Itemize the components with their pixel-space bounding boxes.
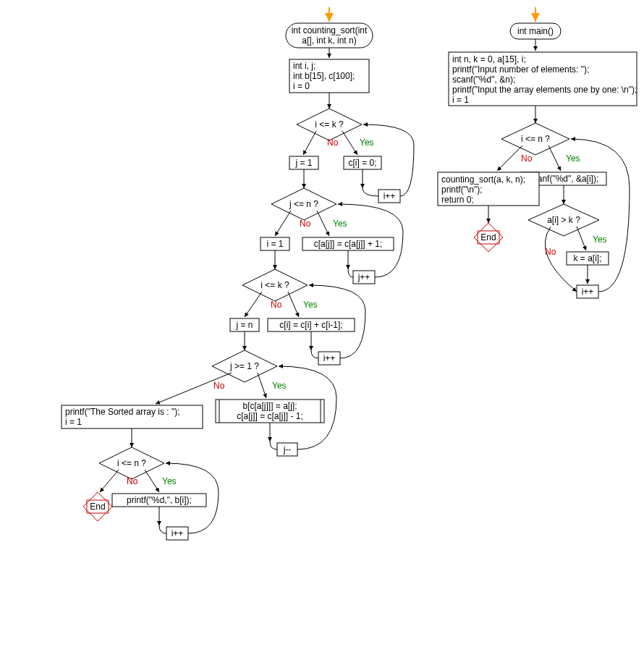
cs-cond4-no-label: No — [213, 381, 225, 391]
m-init2: printf("Input number of elements: "); — [452, 64, 589, 75]
cs-cond5-inc-text: i++ — [171, 528, 184, 538]
cs-cond4-no-text1: printf("The Sorted array is : "); — [65, 407, 180, 417]
cs-cond1-diamond: i <= k ? — [297, 109, 362, 140]
cs-cond3-label: i <= k ? — [260, 280, 289, 290]
cs-cond5-no-label: No — [127, 476, 138, 486]
cs-func-sig-line2: a[], int k, int n) — [302, 35, 356, 46]
cs-cond5-label: i <= n ? — [117, 458, 146, 468]
m-cond1-no-text1: counting_sort(a, k, n); — [441, 174, 525, 185]
cs-init1: int i, j; — [293, 61, 315, 71]
m-cond1-label: i <= n ? — [521, 134, 550, 144]
m-init5: i = 1 — [452, 95, 469, 105]
cs-func-sig-line1: int counting_sort(int — [292, 25, 368, 35]
cs-cond4-diamond: j >= 1 ? — [212, 350, 277, 382]
cs-end-terminator: End — [83, 492, 112, 521]
flowchart-canvas: int counting_sort(int a[], int k, int n)… — [0, 0, 644, 655]
m-func-terminator: int main() — [510, 23, 561, 39]
cs-cond2-label: j <= n ? — [289, 199, 318, 209]
cs-init3: i = 0 — [293, 81, 310, 91]
m-init4: printf("Input the array elements one by … — [452, 85, 637, 95]
cs-cond5-diamond: i <= n ? — [99, 447, 164, 479]
cs-cond4-no-text2: i = 1 — [65, 417, 82, 427]
cs-cond1-yes-text: c[i] = 0; — [348, 158, 376, 168]
cs-cond2-yes-text: c[a[j]] = c[a[j]] + 1; — [314, 239, 383, 249]
m-cond1-yes-label: Yes — [566, 153, 580, 164]
cs-cond3-inc-text: i++ — [323, 353, 336, 363]
cs-cond4-dec-text: j-- — [283, 444, 292, 455]
m-cond1-no-text2: printf("\n"); — [441, 185, 483, 195]
m-cond2-yes-text: k = a[i]; — [573, 253, 601, 263]
cs-cond4-yes-box: b[c[a[j]]] = a[j]; c[a[j]] = c[a[j]] - 1… — [216, 400, 324, 423]
cs-cond2-diamond: j <= n ? — [271, 188, 336, 220]
cs-func-terminator: int counting_sort(int a[], int k, int n) — [286, 23, 373, 48]
cs-cond1-label: i <= k ? — [315, 119, 344, 130]
cs-cond4-yes-text2: c[a[j]] = c[a[j]] - 1; — [237, 411, 303, 421]
cs-cond5-yes-label: Yes — [162, 476, 177, 486]
cs-cond5-yes-text: printf("%d,", b[i]); — [127, 495, 192, 505]
cs-end-label: End — [90, 502, 105, 512]
m-cond1-diamond: i <= n ? — [501, 123, 569, 155]
cs-cond3-yes-label: Yes — [303, 300, 318, 310]
m-cond1-no-label: No — [521, 153, 533, 164]
cs-cond3-diamond: i <= k ? — [242, 269, 308, 301]
cs-cond1-no-text: j = 1 — [295, 158, 312, 168]
m-func-sig: int main() — [517, 26, 554, 36]
m-cond1-no-text3: return 0; — [441, 195, 474, 205]
m-cond2-no-label: No — [545, 247, 556, 257]
cs-cond2-no-text: i = 1 — [266, 239, 283, 249]
cs-cond4-yes-label: Yes — [272, 381, 287, 391]
cs-cond4-yes-text1: b[c[a[j]]] = a[j]; — [242, 401, 297, 411]
cs-init2: int b[15], c[100]; — [293, 71, 355, 81]
cs-cond3-no-label: No — [271, 300, 282, 310]
cs-cond3-yes-text: c[i] = c[i] + c[i-1]; — [279, 320, 342, 330]
m-init1: int n, k = 0, a[15], i; — [452, 54, 526, 64]
cs-cond1-inc-text: i++ — [384, 191, 396, 201]
cs-cond4-label: j >= 1 ? — [229, 361, 259, 371]
m-init3: scanf("%d", &n); — [452, 75, 515, 85]
m-init-box: int n, k = 0, a[15], i; printf("Input nu… — [449, 52, 637, 106]
cs-cond3-no-text: j = n — [235, 320, 253, 330]
cs-cond1-yes-label: Yes — [360, 138, 374, 148]
cs-cond2-yes-label: Yes — [333, 219, 347, 229]
m-cond2-diamond: a[i] > k ? — [528, 204, 599, 236]
m-cond2-yes-label: Yes — [593, 234, 607, 245]
cs-init-box: int i, j; int b[15], c[100]; i = 0 — [289, 59, 369, 93]
m-end-label: End — [480, 232, 496, 242]
cs-cond2-inc-text: j++ — [357, 272, 370, 282]
m-cond2-label: a[i] > k ? — [547, 215, 580, 225]
m-end-terminator: End — [474, 223, 503, 252]
m-cond2-inc-text: i++ — [582, 287, 594, 297]
cs-cond1-no-label: No — [327, 138, 339, 148]
cs-cond2-no-label: No — [300, 219, 311, 229]
